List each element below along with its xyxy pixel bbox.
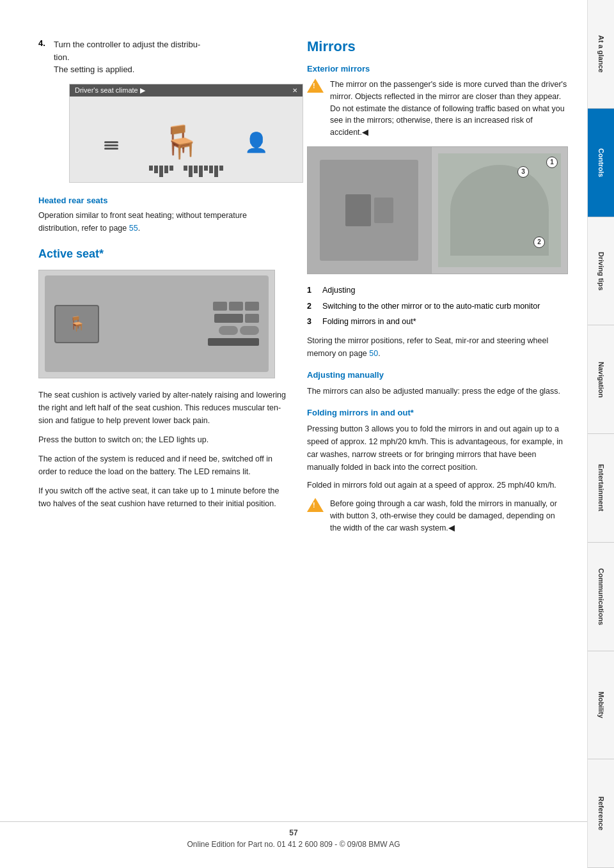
heat-lines-icon <box>104 141 118 150</box>
page-footer: 57 Online Edition for Part no. 01 41 2 6… <box>0 821 587 849</box>
step-number: 4. <box>38 38 49 76</box>
sidebar-tab-entertainment[interactable]: Entertainment <box>588 434 614 543</box>
mirror-img-left <box>308 147 432 274</box>
mirror-num-3: 3 <box>517 166 529 178</box>
numbered-item-2: 2 Switching to the other mirror or to th… <box>307 300 568 313</box>
seat-climate-image: Driver's seat climate ▶ ✕ 🪑 👤 <box>69 84 303 183</box>
sidebar-tab-at-a-glance[interactable]: At a glance <box>588 0 614 109</box>
folding-para1: Pressing button 3 allows you to fold the… <box>307 422 568 474</box>
step-text: Turn the controller to adjust the distri… <box>54 38 200 76</box>
step-4: 4. Turn the controller to adjust the dis… <box>38 38 288 76</box>
sidebar-tab-controls[interactable]: Controls <box>588 109 614 217</box>
controls-right-panel <box>208 302 259 346</box>
folding-para2: Folded in mirrors fold out again at a sp… <box>307 479 568 492</box>
mirror-num-2: 2 <box>533 236 545 248</box>
mirror-num-1: 1 <box>546 157 558 168</box>
active-seat-para3: The action of the system is reduced and … <box>38 453 288 478</box>
progress-bars <box>149 166 223 177</box>
mirror-image: 1 2 3 <box>307 146 568 274</box>
numbered-list: 1 Adjusting 2 Switching to the other mir… <box>307 284 568 328</box>
active-seat-btn-icon: 🪑 <box>68 316 86 332</box>
sidebar-tab-reference[interactable]: Reference <box>588 759 614 868</box>
mirror-img-right: 1 2 3 <box>432 147 568 274</box>
page-50-link[interactable]: 50 <box>369 349 378 358</box>
sidebar-tab-mobility[interactable]: Mobility <box>588 651 614 760</box>
adjusting-manually-heading: Adjusting manually <box>307 370 568 380</box>
heated-rear-seats-section: Heated rear seats Operation similar to f… <box>38 196 288 235</box>
numbered-item-3: 3 Folding mirrors in and out* <box>307 316 568 328</box>
heated-rear-seats-text: Operation similar to front seat heating;… <box>38 209 288 235</box>
active-seat-heading: Active seat* <box>38 247 288 261</box>
sidebar-tab-communications[interactable]: Communications <box>588 543 614 651</box>
seat-icons: 🪑 👤 <box>70 113 303 164</box>
folding-warning-icon <box>307 498 324 515</box>
right-column: Mirrors Exterior mirrors The mirror on t… <box>307 38 568 842</box>
exterior-mirrors-heading: Exterior mirrors <box>307 64 568 74</box>
footer-text: Online Edition for Part no. 01 41 2 600 … <box>0 840 587 849</box>
active-seat-para4: If you switch off the active seat, it ca… <box>38 484 288 510</box>
seat-climate-header: Driver's seat climate ▶ ✕ <box>70 84 303 97</box>
mirrors-heading: Mirrors <box>307 38 568 55</box>
sidebar: At a glance Controls Driving tips Naviga… <box>587 0 614 868</box>
active-seat-para2: Press the button to switch on; the LED l… <box>38 433 288 446</box>
storing-text: Storing the mirror positions, refer to S… <box>307 334 568 360</box>
folding-warning: Before going through a car wash, fold th… <box>307 498 568 534</box>
sidebar-tab-driving-tips[interactable]: Driving tips <box>588 217 614 326</box>
nav-arrows: ✕ <box>292 87 297 94</box>
person-icon: 👤 <box>244 131 268 153</box>
left-column: 4. Turn the controller to adjust the dis… <box>38 38 288 842</box>
active-seat-para1: The seat cushion is actively varied by a… <box>38 389 288 427</box>
numbered-item-1: 1 Adjusting <box>307 284 568 297</box>
sidebar-tab-navigation[interactable]: Navigation <box>588 325 614 434</box>
page-number: 57 <box>0 828 587 837</box>
page-55-link[interactable]: 55 <box>129 224 138 233</box>
adjusting-manually-text: The mirrors can also be adjusted manuall… <box>307 385 568 398</box>
active-seat-image: 🪑 <box>38 270 275 378</box>
exterior-mirrors-warning-text: The mirror on the passenger's side is mo… <box>330 79 568 139</box>
exterior-mirrors-warning: The mirror on the passenger's side is mo… <box>307 79 568 139</box>
seat-icon: 🪑 <box>161 126 201 158</box>
folding-heading: Folding mirrors in and out* <box>307 408 568 417</box>
folding-warning-text: Before going through a car wash, fold th… <box>330 498 568 534</box>
warning-triangle-icon <box>307 79 324 95</box>
heated-rear-seats-heading: Heated rear seats <box>38 196 288 205</box>
